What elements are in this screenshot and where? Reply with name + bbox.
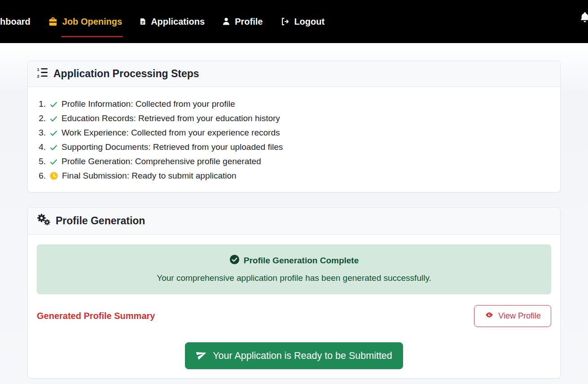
summary-row: Generated Profile Summary View Profile xyxy=(37,305,551,327)
list-ol-icon: 1 2 xyxy=(37,67,48,81)
success-alert-title-row: Profile Generation Complete xyxy=(46,254,542,267)
eye-icon xyxy=(484,311,494,321)
nav-label-dashboard: hboard xyxy=(0,17,31,27)
check-icon xyxy=(49,129,58,137)
user-icon xyxy=(222,17,231,26)
svg-text:2: 2 xyxy=(37,74,39,78)
profile-card-body: Profile Generation Complete Your compreh… xyxy=(28,235,560,378)
check-icon xyxy=(49,114,58,123)
check-icon xyxy=(49,157,58,166)
step-text: Work Experience: Collected from your exp… xyxy=(61,126,280,140)
nav-item-dashboard[interactable]: hboard xyxy=(0,17,31,27)
svg-text:1: 1 xyxy=(37,67,39,72)
step-item: 1. Profile Information: Collected from y… xyxy=(37,97,551,111)
nav-label-applications: Applications xyxy=(151,17,205,27)
nav-label-job-openings: Job Openings xyxy=(62,17,122,27)
step-number: 3. xyxy=(37,126,46,140)
success-alert-message: Your comprehensive application profile h… xyxy=(46,273,542,283)
briefcase-icon xyxy=(48,17,58,26)
view-profile-button[interactable]: View Profile xyxy=(474,305,551,327)
success-alert-title: Profile Generation Complete xyxy=(244,256,359,266)
summary-heading: Generated Profile Summary xyxy=(37,311,155,321)
gears-icon xyxy=(37,214,51,228)
step-text: Profile Information: Collected from your… xyxy=(61,97,235,111)
step-text: Final Submission: Ready to submit applic… xyxy=(62,169,237,183)
profile-card-title: Profile Generation xyxy=(56,215,145,227)
step-item: 6. Final Submission: Ready to submit app… xyxy=(37,169,551,183)
step-text: Profile Generation: Comprehensive profil… xyxy=(61,154,261,169)
step-number: 4. xyxy=(37,140,46,154)
check-circle-icon xyxy=(229,254,240,267)
step-item: 3. Work Experience: Collected from your … xyxy=(37,126,551,140)
step-number: 1. xyxy=(37,97,46,111)
submit-application-label: Your Application is Ready to be Submitte… xyxy=(213,350,392,362)
nav-item-job-openings[interactable]: Job Openings xyxy=(48,17,122,27)
file-lines-icon xyxy=(139,17,147,26)
step-number: 5. xyxy=(37,154,46,169)
step-item: 5. Profile Generation: Comprehensive pro… xyxy=(37,154,551,169)
check-icon xyxy=(49,143,58,152)
step-item: 4. Supporting Documents: Retrieved from … xyxy=(37,140,551,154)
profile-generation-card: Profile Generation Profile Generation Co… xyxy=(27,207,561,379)
main-content: 1 2 Application Processing Steps 1. xyxy=(27,61,561,379)
top-navbar: hboard Job Openings xyxy=(0,0,588,43)
clock-icon xyxy=(49,171,58,180)
step-text: Supporting Documents: Retrieved from you… xyxy=(61,140,283,154)
submit-application-button[interactable]: Your Application is Ready to be Submitte… xyxy=(185,342,403,369)
nav-item-logout[interactable]: Logout xyxy=(280,17,325,27)
step-number: 2. xyxy=(37,111,46,126)
steps-card-body: 1. Profile Information: Collected from y… xyxy=(28,87,560,192)
step-item: 2. Education Records: Retrieved from you… xyxy=(37,111,551,126)
nav-label-profile: Profile xyxy=(235,17,263,27)
nav-label-logout: Logout xyxy=(294,17,325,27)
check-icon xyxy=(49,100,58,109)
step-number: 6. xyxy=(37,169,46,183)
steps-list: 1. Profile Information: Collected from y… xyxy=(37,97,551,183)
nav-item-profile[interactable]: Profile xyxy=(222,17,263,27)
steps-card-header: 1 2 Application Processing Steps xyxy=(28,61,560,87)
logout-icon xyxy=(280,17,290,26)
submit-button-wrap: Your Application is Ready to be Submitte… xyxy=(37,342,551,369)
notifications-bell-button[interactable] xyxy=(578,11,588,26)
success-alert: Profile Generation Complete Your compreh… xyxy=(37,244,551,294)
steps-card-title: Application Processing Steps xyxy=(53,68,199,80)
nav-item-applications[interactable]: Applications xyxy=(139,17,205,27)
nav-items: hboard Job Openings xyxy=(0,17,325,27)
step-text: Education Records: Retrieved from your e… xyxy=(61,111,280,126)
bell-icon xyxy=(578,17,588,25)
profile-card-header: Profile Generation xyxy=(28,208,560,235)
steps-card: 1 2 Application Processing Steps 1. xyxy=(27,61,561,192)
paper-plane-icon xyxy=(196,349,207,362)
view-profile-label: View Profile xyxy=(498,311,541,321)
